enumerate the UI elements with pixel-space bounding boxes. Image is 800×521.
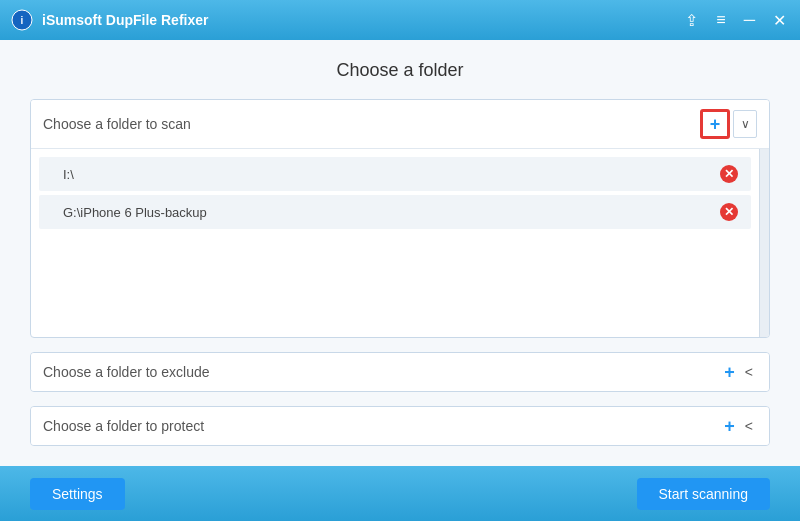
protect-panel-header: Choose a folder to protect + < — [31, 407, 769, 445]
share-icon[interactable]: ⇪ — [681, 9, 702, 32]
exclude-panel: Choose a folder to exclude + < — [30, 352, 770, 392]
add-exclude-folder-button[interactable]: + — [718, 363, 741, 381]
add-scan-folder-button[interactable]: + — [701, 110, 729, 138]
remove-icon: ✕ — [720, 203, 738, 221]
menu-icon[interactable]: ≡ — [712, 9, 729, 31]
app-title: iSumsoft DupFile Refixer — [42, 12, 681, 28]
start-scanning-button[interactable]: Start scanning — [637, 478, 771, 510]
scrollbar[interactable] — [759, 149, 769, 337]
page-title: Choose a folder — [30, 60, 770, 81]
scan-panel: Choose a folder to scan + ∨ I:\ ✕ G:\iPh… — [30, 99, 770, 338]
scan-panel-label: Choose a folder to scan — [43, 116, 701, 132]
title-bar: i iSumsoft DupFile Refixer ⇪ ≡ ─ ✕ — [0, 0, 800, 40]
exclude-panel-label: Choose a folder to exclude — [43, 364, 718, 380]
exclude-panel-header: Choose a folder to exclude + < — [31, 353, 769, 391]
exclude-panel-chevron-button[interactable]: < — [741, 364, 757, 380]
bottom-bar: Settings Start scanning — [0, 466, 800, 521]
window-controls: ⇪ ≡ ─ ✕ — [681, 9, 790, 32]
list-item: I:\ ✕ — [39, 157, 751, 191]
remove-folder-button[interactable]: ✕ — [719, 202, 739, 222]
scan-panel-body: I:\ ✕ G:\iPhone 6 Plus-backup ✕ — [31, 149, 769, 337]
add-protect-folder-button[interactable]: + — [718, 417, 741, 435]
scan-panel-header: Choose a folder to scan + ∨ — [31, 100, 769, 149]
remove-icon: ✕ — [720, 165, 738, 183]
scan-panel-chevron-button[interactable]: ∨ — [733, 110, 757, 138]
folder-path: I:\ — [63, 167, 719, 182]
app-logo-icon: i — [10, 8, 34, 32]
close-icon[interactable]: ✕ — [769, 9, 790, 32]
protect-panel-chevron-button[interactable]: < — [741, 418, 757, 434]
settings-button[interactable]: Settings — [30, 478, 125, 510]
protect-panel: Choose a folder to protect + < — [30, 406, 770, 446]
remove-folder-button[interactable]: ✕ — [719, 164, 739, 184]
folder-path: G:\iPhone 6 Plus-backup — [63, 205, 719, 220]
folder-list: I:\ ✕ G:\iPhone 6 Plus-backup ✕ — [31, 149, 759, 337]
main-content: Choose a folder Choose a folder to scan … — [0, 40, 800, 466]
list-item: G:\iPhone 6 Plus-backup ✕ — [39, 195, 751, 229]
protect-panel-label: Choose a folder to protect — [43, 418, 718, 434]
svg-text:i: i — [21, 15, 24, 26]
minimize-icon[interactable]: ─ — [740, 9, 759, 31]
